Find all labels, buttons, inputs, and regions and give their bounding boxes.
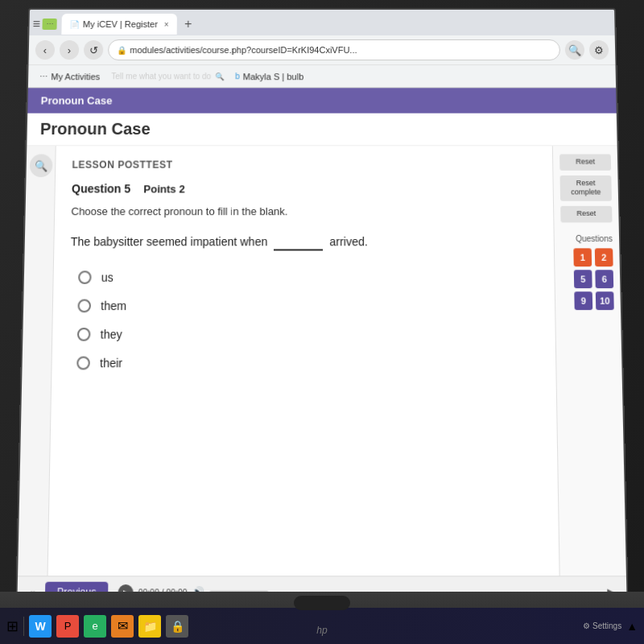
- option-them-label: them: [101, 299, 126, 313]
- option-their-label: their: [100, 357, 122, 370]
- option-us[interactable]: us: [78, 271, 538, 285]
- question-text-before: The babysitter seemed impatient when: [71, 235, 268, 249]
- question-text: The babysitter seemed impatient when arr…: [71, 231, 538, 251]
- taskbar-right: ⚙ Settings ▲: [583, 620, 638, 633]
- question-numbers: 1 2 5 6 9 10: [561, 248, 614, 310]
- qnum-btn-6[interactable]: 6: [595, 270, 613, 288]
- option-them[interactable]: them: [77, 299, 538, 313]
- tab-bar: ≡ ⋯ 📄 My iCEV | Register × +: [29, 10, 614, 35]
- answer-options: us them they their: [76, 271, 539, 370]
- question-number: Question 5: [72, 182, 131, 195]
- qnum-btn-1[interactable]: 1: [573, 248, 592, 266]
- forward-btn[interactable]: ›: [60, 40, 80, 60]
- address-field-label: Tell me what you want to do 🔍: [111, 72, 224, 80]
- option-their[interactable]: their: [76, 357, 539, 370]
- qnum-row-1: 1 2: [573, 248, 613, 266]
- qnum-row-2: 5 6: [574, 270, 613, 288]
- page-content: Pronoun Case Pronoun Case 🔍 Lesson Postt…: [17, 88, 627, 624]
- qnum-btn-5[interactable]: 5: [574, 270, 592, 288]
- sidebar-search-btn[interactable]: 🔍: [29, 154, 52, 177]
- qnum-btn-10[interactable]: 10: [596, 291, 614, 310]
- question-instruction: Choose the correct pronoun to fill in th…: [71, 205, 537, 217]
- taskbar-arrow-icon[interactable]: ▲: [626, 620, 638, 633]
- tab-close-btn[interactable]: ×: [164, 19, 169, 28]
- question-points: Points 2: [143, 183, 184, 195]
- right-panel: Reset Reset complete Reset Questions 1 2…: [552, 146, 627, 607]
- taskbar-ppt-icon[interactable]: P: [56, 615, 79, 638]
- taskbar-windows-icon[interactable]: ⊞: [6, 617, 19, 635]
- reset-btn-complete[interactable]: Reset complete: [560, 175, 612, 201]
- bookmark-activities-label: My Activities: [51, 72, 100, 81]
- new-tab-btn[interactable]: +: [180, 16, 196, 32]
- reset-btn-1[interactable]: Reset: [559, 154, 611, 170]
- bookmarks-bar: ⋯ My Activities Tell me what you want to…: [28, 64, 616, 87]
- taskbar-lock-icon[interactable]: 🔒: [166, 615, 188, 638]
- radio-their[interactable]: [76, 357, 90, 370]
- settings-label[interactable]: ⚙ Settings: [583, 621, 621, 630]
- quiz-area: Lesson Posttest Question 5 Points 2 Choo…: [47, 146, 559, 607]
- option-they-label: they: [101, 328, 122, 341]
- taskbar-word-icon[interactable]: W: [29, 615, 52, 638]
- purple-header-text: Pronoun Case: [41, 94, 113, 106]
- back-btn[interactable]: ‹: [35, 40, 56, 60]
- qnum-btn-2[interactable]: 2: [595, 248, 613, 266]
- option-they[interactable]: they: [77, 328, 539, 341]
- taskbar-edge-icon[interactable]: e: [84, 615, 106, 638]
- qnum-row-3: 9 10: [574, 291, 613, 310]
- qnum-btn-9[interactable]: 9: [574, 291, 592, 310]
- bookmark-activities[interactable]: ⋯ My Activities: [35, 70, 105, 83]
- laptop-notch: [294, 596, 350, 610]
- option-us-label: us: [101, 271, 114, 285]
- questions-section-label: Questions: [561, 234, 613, 243]
- radio-they[interactable]: [77, 328, 91, 341]
- settings-browser-btn[interactable]: ⚙: [589, 40, 609, 60]
- url-text: modules/activities/course.php?courseID=K…: [130, 45, 357, 55]
- laptop-screen: ≡ ⋯ 📄 My iCEV | Register × + ‹ › ↺ 🔒 mod…: [15, 8, 630, 625]
- active-tab[interactable]: 📄 My iCEV | Register ×: [62, 14, 177, 35]
- address-bar[interactable]: 🔒 modules/activities/course.php?courseID…: [108, 39, 560, 60]
- radio-us[interactable]: [78, 271, 92, 285]
- taskbar-mail-icon[interactable]: ✉: [111, 615, 134, 638]
- search-browser-btn[interactable]: 🔍: [565, 40, 585, 60]
- tab-title: My iCEV | Register: [83, 19, 158, 29]
- page-title: Pronoun Case: [40, 120, 151, 138]
- address-bar-row: ‹ › ↺ 🔒 modules/activities/course.php?co…: [29, 35, 616, 64]
- radio-them[interactable]: [77, 299, 91, 313]
- question-header: Question 5 Points 2: [72, 182, 537, 195]
- reset-btn-3[interactable]: Reset: [560, 206, 612, 222]
- reload-btn[interactable]: ↺: [84, 40, 103, 60]
- content-area: 🔍 Lesson Posttest Question 5 Points 2 Ch…: [17, 146, 626, 607]
- laptop-bottom: ⊞ W P e ✉ 📁 🔒 ⚙ Settings ▲: [0, 592, 644, 644]
- bookmark-bulb[interactable]: b Makyla S | bulb: [230, 70, 308, 83]
- page-title-bar: Pronoun Case: [27, 114, 617, 147]
- purple-header: Pronoun Case: [27, 88, 617, 113]
- lesson-posttest-label: Lesson Posttest: [72, 159, 536, 171]
- taskbar-folder-icon[interactable]: 📁: [138, 615, 161, 638]
- hp-logo: hp: [316, 625, 327, 636]
- browser-chrome: ≡ ⋯ 📄 My iCEV | Register × + ‹ › ↺ 🔒 mod…: [28, 10, 616, 88]
- bookmark-bulb-label: Makyla S | bulb: [243, 72, 303, 81]
- taskbar-separator-1: [23, 617, 24, 636]
- blank-line: [274, 231, 323, 251]
- question-text-after: arrived.: [329, 235, 368, 249]
